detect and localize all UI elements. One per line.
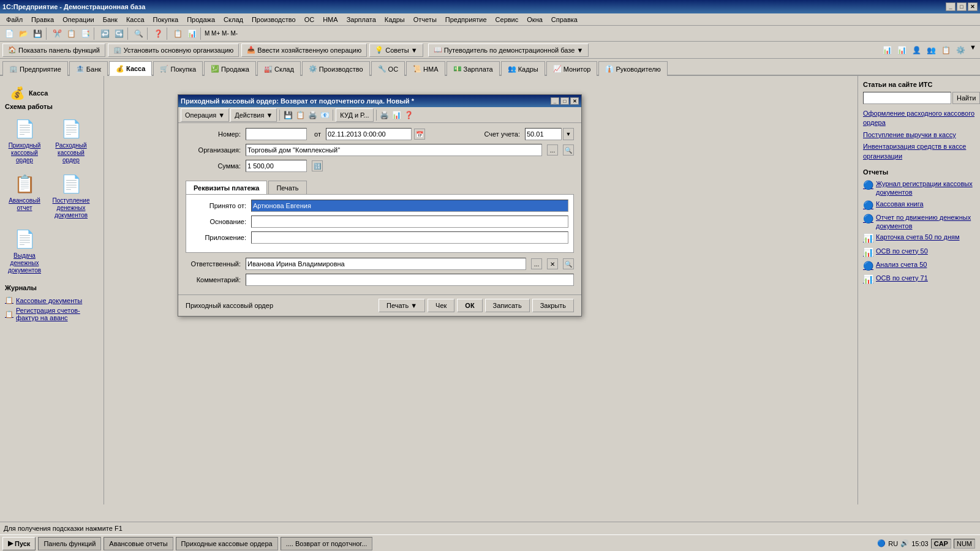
menu-os[interactable]: ОС: [301, 15, 318, 24]
list-btn[interactable]: 📋: [171, 27, 184, 40]
report-osv50[interactable]: 📊 ОСВ по счету 50: [863, 247, 975, 258]
modal-close-btn[interactable]: ✕: [570, 97, 579, 105]
show-panel-btn[interactable]: 🏠 Показать панель функций: [2, 43, 105, 57]
report-kartochka[interactable]: 📊 Карточка счета 50 по дням: [863, 233, 975, 244]
start-btn[interactable]: ▶ Пуск: [2, 537, 36, 550]
tb-r4[interactable]: 👥: [924, 43, 938, 57]
menu-production[interactable]: Производство: [248, 15, 300, 24]
title-bar-buttons[interactable]: _ □ ✕: [946, 2, 978, 11]
its-search-btn[interactable]: Найти: [952, 92, 980, 104]
tray-lang[interactable]: RU: [888, 540, 898, 547]
ok-btn[interactable]: ОК: [457, 299, 482, 312]
paste-btn[interactable]: 📑: [78, 27, 92, 40]
tab-nma[interactable]: 📜 НМА: [406, 61, 445, 76]
modal-help-icon[interactable]: ❓: [404, 110, 415, 121]
undo-btn[interactable]: ↩️: [98, 27, 111, 40]
task-pko-btn[interactable]: Приходные кассовые ордера: [176, 537, 278, 550]
menu-edit[interactable]: Правка: [28, 15, 58, 24]
modal-print2-icon[interactable]: 🖨️: [379, 110, 390, 121]
tb-r5[interactable]: 📋: [939, 43, 952, 57]
org-find-btn[interactable]: 🔍: [563, 144, 574, 156]
menu-kassa[interactable]: Касса: [123, 15, 148, 24]
menu-bank[interactable]: Банк: [99, 15, 121, 24]
find-btn[interactable]: 🔍: [132, 27, 145, 40]
otv-clear-btn[interactable]: ✕: [547, 258, 558, 269]
sidebar-item-prihodny[interactable]: 📄 Приходный кассовый ордер: [2, 114, 47, 167]
its-search-input[interactable]: [863, 92, 951, 104]
tab-pokupka[interactable]: 🛒 Покупка: [153, 61, 203, 76]
menu-sale[interactable]: Продажа: [183, 15, 219, 24]
menu-windows[interactable]: Окна: [523, 15, 546, 24]
menu-enterprise[interactable]: Предприятие: [442, 15, 491, 24]
report-osv71[interactable]: 📊 ОСВ по счету 71: [863, 274, 975, 285]
menu-reports[interactable]: Отчеты: [410, 15, 440, 24]
modal-tab-rekvizity[interactable]: Реквизиты платежа: [186, 181, 267, 194]
zapisat-btn[interactable]: Записать: [485, 299, 530, 312]
modal-title-buttons[interactable]: _ □ ✕: [551, 97, 579, 105]
tab-predpriyatie[interactable]: 🏢 Предприятие: [2, 61, 68, 76]
table-btn[interactable]: 📊: [185, 27, 198, 40]
tab-prodazha[interactable]: 💹 Продажа: [204, 61, 256, 76]
otv-input[interactable]: [246, 258, 526, 270]
comment-input[interactable]: [246, 274, 574, 286]
modal-email-icon[interactable]: 📧: [319, 110, 330, 121]
menu-purchase[interactable]: Покупка: [149, 15, 183, 24]
tab-bank[interactable]: 🏦 Банк: [69, 61, 108, 76]
menu-warehouse[interactable]: Склад: [220, 15, 247, 24]
menu-service[interactable]: Сервис: [492, 15, 522, 24]
close-btn[interactable]: ✕: [968, 2, 978, 11]
cut-btn[interactable]: ✂️: [50, 27, 64, 40]
kud-btn[interactable]: КУД и Р...: [336, 108, 373, 122]
modal-print-icon[interactable]: 🖨️: [307, 110, 318, 121]
maximize-btn[interactable]: □: [957, 2, 967, 11]
modal-chart-icon[interactable]: 📊: [391, 110, 402, 121]
save-btn[interactable]: 💾: [31, 27, 44, 40]
enter-op-btn[interactable]: 📥 Ввести хозяйственную операцию: [241, 43, 367, 57]
task-panel-btn[interactable]: Панель функций: [38, 537, 101, 550]
sum-input[interactable]: [246, 160, 307, 172]
tab-zarplata[interactable]: 💵 Зарплата: [447, 61, 500, 76]
sidebar-item-vydacha[interactable]: 📄 Выдача денежных документов: [2, 224, 47, 277]
task-avans-btn[interactable]: Авансовые отчеты: [104, 537, 173, 550]
date-input[interactable]: [326, 128, 412, 140]
advice-btn[interactable]: 💡 Советы ▼: [369, 43, 423, 57]
tab-proizvodstvo[interactable]: ⚙️ Производство: [302, 61, 370, 76]
menu-operations[interactable]: Операции: [59, 15, 97, 24]
actions-btn[interactable]: Действия ▼: [230, 108, 277, 122]
osnovanie-input[interactable]: [251, 216, 568, 228]
tab-kassa[interactable]: 💰 Касса: [109, 61, 152, 76]
operation-btn[interactable]: Операция ▼: [181, 108, 229, 122]
account-dropdown[interactable]: ▼: [563, 128, 574, 140]
its-link-1[interactable]: Оформление расходного кассового ордера: [863, 109, 975, 128]
task-vozvrat-btn[interactable]: .... Возврат от подотчног...: [281, 537, 372, 550]
report-journal[interactable]: 🔵 Журнал регистрации кассовых документов: [863, 179, 975, 197]
tb-r1[interactable]: 📊: [880, 43, 894, 57]
report-dvizhenie[interactable]: 🔵 Отчет по движению денежных документов: [863, 213, 975, 231]
new-btn[interactable]: 📄: [2, 27, 16, 40]
modal-copy-icon[interactable]: 📋: [295, 110, 306, 121]
sidebar-item-postuplenie[interactable]: 📄 Поступление денежных документов: [49, 169, 93, 222]
set-org-btn[interactable]: 🏢 Установить основную организацию: [108, 43, 239, 57]
zakryt-btn[interactable]: Закрыть: [532, 299, 574, 312]
menu-salary[interactable]: Зарплата: [343, 15, 380, 24]
calc-btn[interactable]: 🔢: [312, 160, 323, 171]
sidebar-link-scheta[interactable]: 📋 Регистрация счетов-фактур на аванс: [2, 305, 101, 323]
pechat-btn[interactable]: Печать ▼: [379, 299, 425, 312]
menu-file[interactable]: Файл: [2, 15, 26, 24]
org-dots-btn[interactable]: ...: [547, 144, 558, 156]
sidebar-link-kassovye[interactable]: 📋 Кассовые документы: [2, 295, 101, 305]
prilozhenie-input[interactable]: [251, 231, 568, 244]
sidebar-item-rashody[interactable]: 📄 Расходный кассовый ордер: [49, 114, 93, 167]
account-input[interactable]: [525, 128, 562, 140]
modal-min-btn[interactable]: _: [551, 97, 559, 105]
open-btn[interactable]: 📂: [17, 27, 30, 40]
modal-tab-pechat[interactable]: Печать: [268, 181, 306, 194]
report-kassovaya-kniga[interactable]: 🔵 Кассовая книга: [863, 200, 975, 211]
minimize-btn[interactable]: _: [946, 2, 956, 11]
its-link-2[interactable]: Поступление выручки в кассу: [863, 130, 975, 140]
number-input[interactable]: [246, 128, 307, 140]
tab-monitor[interactable]: 📈 Монитор: [546, 61, 598, 76]
menu-staff[interactable]: Кадры: [381, 15, 409, 24]
tb-r3[interactable]: 👤: [910, 43, 923, 57]
redo-btn[interactable]: ↪️: [112, 27, 126, 40]
